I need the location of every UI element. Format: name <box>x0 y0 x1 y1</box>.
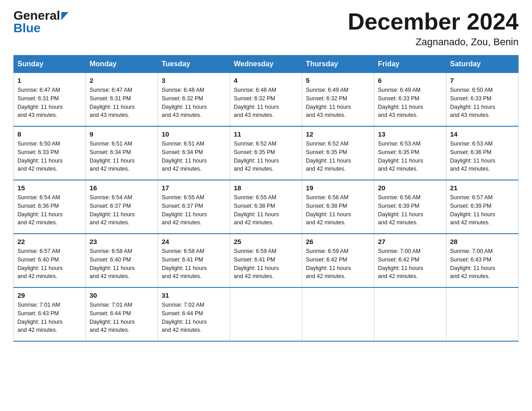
logo: General Blue <box>13 9 69 35</box>
day-number: 29 <box>17 291 82 299</box>
header-friday: Friday <box>374 56 446 73</box>
header-saturday: Saturday <box>446 56 519 73</box>
day-info: Sunrise: 6:57 AMSunset: 6:39 PMDaylight:… <box>450 194 495 226</box>
calendar-cell <box>230 287 302 341</box>
day-number: 21 <box>450 184 515 192</box>
calendar-cell: 25 Sunrise: 6:59 AMSunset: 6:41 PMDaylig… <box>230 234 302 287</box>
calendar-cell <box>374 287 446 341</box>
day-number: 17 <box>162 184 226 192</box>
title-block: December 2024 Zagnanado, Zou, Benin <box>348 9 519 48</box>
day-info: Sunrise: 6:49 AMSunset: 6:33 PMDaylight:… <box>378 87 423 118</box>
month-title: December 2024 <box>348 9 519 34</box>
day-info: Sunrise: 6:47 AMSunset: 6:31 PMDaylight:… <box>17 87 63 118</box>
day-number: 19 <box>306 184 370 192</box>
calendar-cell: 13 Sunrise: 6:53 AMSunset: 6:35 PMDaylig… <box>374 126 446 180</box>
day-number: 30 <box>90 291 154 299</box>
calendar-cell: 3 Sunrise: 6:48 AMSunset: 6:32 PMDayligh… <box>158 73 230 127</box>
week-row-3: 15 Sunrise: 6:54 AMSunset: 6:36 PMDaylig… <box>14 180 519 234</box>
day-info: Sunrise: 6:52 AMSunset: 6:35 PMDaylight:… <box>234 141 279 172</box>
calendar-cell: 2 Sunrise: 6:47 AMSunset: 6:31 PMDayligh… <box>86 73 158 127</box>
day-number: 3 <box>162 77 226 84</box>
day-info: Sunrise: 7:02 AMSunset: 6:44 PMDaylight:… <box>162 302 207 333</box>
day-number: 12 <box>306 130 370 138</box>
calendar-cell: 18 Sunrise: 6:55 AMSunset: 6:38 PMDaylig… <box>230 180 302 234</box>
calendar-cell: 23 Sunrise: 6:58 AMSunset: 6:40 PMDaylig… <box>86 234 158 287</box>
calendar-cell: 26 Sunrise: 6:59 AMSunset: 6:42 PMDaylig… <box>302 234 374 287</box>
calendar-cell <box>302 287 374 341</box>
calendar-cell: 17 Sunrise: 6:55 AMSunset: 6:37 PMDaylig… <box>158 180 230 234</box>
calendar-cell: 12 Sunrise: 6:52 AMSunset: 6:35 PMDaylig… <box>302 126 374 180</box>
day-number: 4 <box>234 77 298 84</box>
calendar-cell: 27 Sunrise: 7:00 AMSunset: 6:42 PMDaylig… <box>374 234 446 287</box>
calendar-cell: 5 Sunrise: 6:49 AMSunset: 6:32 PMDayligh… <box>302 73 374 127</box>
calendar-cell: 10 Sunrise: 6:51 AMSunset: 6:34 PMDaylig… <box>158 126 230 180</box>
day-info: Sunrise: 6:55 AMSunset: 6:37 PMDaylight:… <box>162 194 207 226</box>
day-info: Sunrise: 6:48 AMSunset: 6:32 PMDaylight:… <box>162 87 207 118</box>
week-row-1: 1 Sunrise: 6:47 AMSunset: 6:31 PMDayligh… <box>14 73 519 127</box>
day-info: Sunrise: 6:53 AMSunset: 6:35 PMDaylight:… <box>378 141 423 172</box>
day-info: Sunrise: 6:58 AMSunset: 6:40 PMDaylight:… <box>90 248 135 279</box>
calendar-cell: 7 Sunrise: 6:50 AMSunset: 6:33 PMDayligh… <box>446 73 519 127</box>
calendar-table: SundayMondayTuesdayWednesdayThursdayFrid… <box>13 55 519 342</box>
location-title: Zagnanado, Zou, Benin <box>348 36 519 48</box>
day-info: Sunrise: 6:50 AMSunset: 6:33 PMDaylight:… <box>450 87 495 118</box>
calendar-cell: 29 Sunrise: 7:01 AMSunset: 6:43 PMDaylig… <box>14 287 86 341</box>
day-info: Sunrise: 6:52 AMSunset: 6:35 PMDaylight:… <box>306 141 351 172</box>
calendar-cell: 24 Sunrise: 6:58 AMSunset: 6:41 PMDaylig… <box>158 234 230 287</box>
day-info: Sunrise: 7:01 AMSunset: 6:43 PMDaylight:… <box>17 302 63 333</box>
day-info: Sunrise: 7:00 AMSunset: 6:42 PMDaylight:… <box>378 248 423 279</box>
calendar-cell: 15 Sunrise: 6:54 AMSunset: 6:36 PMDaylig… <box>14 180 86 234</box>
day-number: 10 <box>162 130 226 138</box>
calendar-cell: 22 Sunrise: 6:57 AMSunset: 6:40 PMDaylig… <box>14 234 86 287</box>
week-row-5: 29 Sunrise: 7:01 AMSunset: 6:43 PMDaylig… <box>14 287 519 341</box>
calendar-cell: 28 Sunrise: 7:00 AMSunset: 6:43 PMDaylig… <box>446 234 519 287</box>
header-wednesday: Wednesday <box>230 56 302 73</box>
day-number: 11 <box>234 130 298 138</box>
calendar-cell: 9 Sunrise: 6:51 AMSunset: 6:34 PMDayligh… <box>86 126 158 180</box>
day-number: 25 <box>234 238 298 245</box>
day-info: Sunrise: 7:00 AMSunset: 6:43 PMDaylight:… <box>450 248 495 279</box>
calendar-cell: 19 Sunrise: 6:56 AMSunset: 6:38 PMDaylig… <box>302 180 374 234</box>
day-number: 6 <box>378 77 442 84</box>
day-number: 23 <box>90 238 154 245</box>
svg-marker-0 <box>61 12 69 20</box>
day-number: 22 <box>17 238 82 245</box>
day-number: 16 <box>90 184 154 192</box>
day-info: Sunrise: 6:54 AMSunset: 6:37 PMDaylight:… <box>90 194 135 226</box>
day-info: Sunrise: 6:59 AMSunset: 6:42 PMDaylight:… <box>306 248 351 279</box>
calendar-cell: 16 Sunrise: 6:54 AMSunset: 6:37 PMDaylig… <box>86 180 158 234</box>
day-info: Sunrise: 6:57 AMSunset: 6:40 PMDaylight:… <box>17 248 63 279</box>
calendar-cell: 4 Sunrise: 6:48 AMSunset: 6:32 PMDayligh… <box>230 73 302 127</box>
day-info: Sunrise: 6:51 AMSunset: 6:34 PMDaylight:… <box>90 141 135 172</box>
calendar-cell: 14 Sunrise: 6:53 AMSunset: 6:36 PMDaylig… <box>446 126 519 180</box>
calendar-cell: 11 Sunrise: 6:52 AMSunset: 6:35 PMDaylig… <box>230 126 302 180</box>
day-number: 2 <box>90 77 154 84</box>
day-info: Sunrise: 6:48 AMSunset: 6:32 PMDaylight:… <box>234 87 279 118</box>
header-thursday: Thursday <box>302 56 374 73</box>
day-info: Sunrise: 6:51 AMSunset: 6:34 PMDaylight:… <box>162 141 207 172</box>
calendar-cell: 21 Sunrise: 6:57 AMSunset: 6:39 PMDaylig… <box>446 180 519 234</box>
calendar-cell: 20 Sunrise: 6:56 AMSunset: 6:39 PMDaylig… <box>374 180 446 234</box>
day-info: Sunrise: 6:58 AMSunset: 6:41 PMDaylight:… <box>162 248 207 279</box>
day-number: 18 <box>234 184 298 192</box>
day-number: 27 <box>378 238 442 245</box>
day-info: Sunrise: 6:49 AMSunset: 6:32 PMDaylight:… <box>306 87 351 118</box>
calendar-cell <box>446 287 519 341</box>
day-number: 24 <box>162 238 226 245</box>
day-number: 15 <box>17 184 82 192</box>
header-monday: Monday <box>86 56 158 73</box>
week-row-4: 22 Sunrise: 6:57 AMSunset: 6:40 PMDaylig… <box>14 234 519 287</box>
day-info: Sunrise: 7:01 AMSunset: 6:44 PMDaylight:… <box>90 302 135 333</box>
logo-blue-text: Blue <box>13 21 41 35</box>
week-row-2: 8 Sunrise: 6:50 AMSunset: 6:33 PMDayligh… <box>14 126 519 180</box>
calendar-cell: 31 Sunrise: 7:02 AMSunset: 6:44 PMDaylig… <box>158 287 230 341</box>
day-info: Sunrise: 6:50 AMSunset: 6:33 PMDaylight:… <box>17 141 63 172</box>
calendar-cell: 6 Sunrise: 6:49 AMSunset: 6:33 PMDayligh… <box>374 73 446 127</box>
day-number: 26 <box>306 238 370 245</box>
day-info: Sunrise: 6:53 AMSunset: 6:36 PMDaylight:… <box>450 141 495 172</box>
day-info: Sunrise: 6:56 AMSunset: 6:38 PMDaylight:… <box>306 194 351 226</box>
day-info: Sunrise: 6:55 AMSunset: 6:38 PMDaylight:… <box>234 194 279 226</box>
day-number: 20 <box>378 184 442 192</box>
calendar-cell: 8 Sunrise: 6:50 AMSunset: 6:33 PMDayligh… <box>14 126 86 180</box>
day-number: 1 <box>17 77 82 84</box>
